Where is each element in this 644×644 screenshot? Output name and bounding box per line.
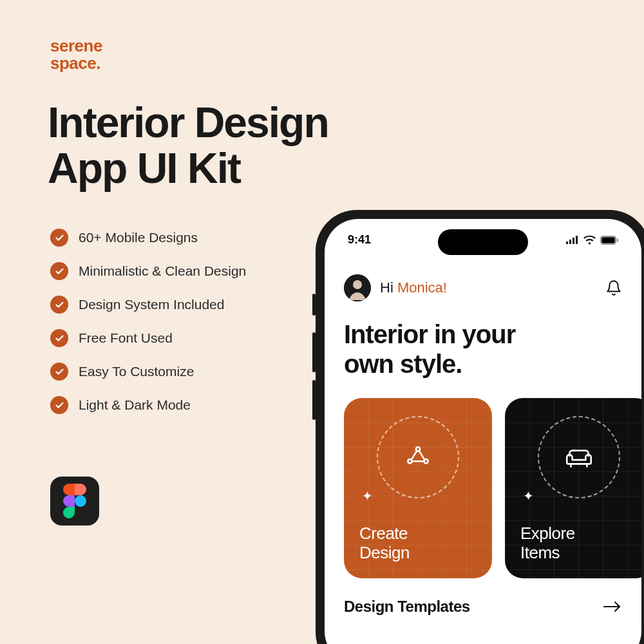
avatar[interactable]: [344, 274, 371, 301]
wifi-icon: [583, 236, 596, 245]
feature-list: 60+ Mobile Designs Minimalistic & Clean …: [50, 229, 246, 430]
magic-icon: [377, 416, 459, 498]
sparkle-icon: ✦: [523, 488, 534, 504]
figma-icon: [50, 477, 99, 526]
check-icon: [50, 329, 68, 347]
svg-rect-6: [602, 237, 615, 243]
card-title: Explore Items: [520, 524, 638, 563]
app-headline: Interior in your own style.: [344, 319, 622, 379]
bell-icon[interactable]: [605, 279, 622, 296]
sofa-icon: [538, 416, 620, 498]
brand-line2: space.: [50, 55, 102, 72]
brand-logo: serene space.: [50, 37, 102, 73]
section-title: Design Templates: [344, 598, 470, 616]
brand-line1: serene: [50, 37, 102, 55]
signal-icon: [566, 236, 579, 244]
feature-label: Easy To Customize: [79, 364, 194, 379]
check-icon: [50, 262, 68, 280]
feature-label: Free Font Used: [79, 330, 173, 346]
feature-label: Light & Dark Mode: [79, 397, 191, 413]
feature-item: Light & Dark Mode: [50, 396, 246, 414]
feature-item: 60+ Mobile Designs: [50, 229, 246, 247]
create-design-card[interactable]: ✦ Create Design: [344, 398, 492, 578]
check-icon: [50, 229, 68, 247]
svg-rect-4: [576, 236, 578, 244]
feature-item: Easy To Customize: [50, 363, 246, 381]
card-title: Create Design: [359, 524, 477, 563]
check-icon: [50, 396, 68, 414]
svg-rect-2: [569, 240, 571, 244]
feature-item: Design System Included: [50, 296, 246, 314]
svg-point-0: [75, 495, 86, 507]
feature-item: Free Font Used: [50, 329, 246, 347]
feature-label: 60+ Mobile Designs: [79, 230, 198, 245]
greeting-text: Hi Monica!: [380, 279, 447, 296]
check-icon: [50, 296, 68, 314]
arrow-right-icon[interactable]: [603, 600, 622, 613]
battery-icon: [600, 236, 618, 245]
section-header: Design Templates: [344, 598, 622, 616]
svg-rect-3: [573, 238, 574, 244]
feature-item: Minimalistic & Clean Design: [50, 262, 246, 280]
status-time: 9:41: [348, 233, 371, 247]
check-icon: [50, 363, 68, 381]
status-bar: 9:41: [325, 233, 641, 247]
svg-point-9: [353, 280, 362, 289]
explore-items-card[interactable]: ✦ Explore Items: [505, 398, 641, 578]
feature-label: Minimalistic & Clean Design: [79, 263, 246, 279]
phone-mockup: 9:41 Hi Monica!: [316, 210, 644, 644]
svg-rect-1: [566, 242, 568, 244]
svg-rect-7: [617, 238, 618, 242]
card-row: ✦ Create Design: [344, 398, 622, 578]
feature-label: Design System Included: [79, 297, 224, 312]
sparkle-icon: ✦: [362, 488, 373, 504]
page-headline: Interior Design App UI Kit: [48, 100, 328, 192]
greeting-row: Hi Monica!: [344, 274, 622, 301]
